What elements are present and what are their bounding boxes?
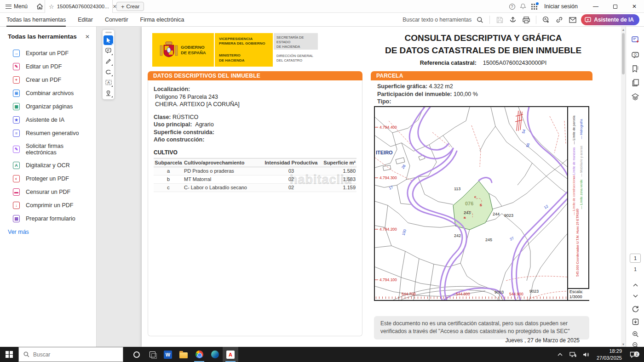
- fill-sign-tool-button[interactable]: [104, 88, 113, 98]
- network-icon[interactable]: [568, 352, 578, 357]
- next-page-button[interactable]: [630, 290, 641, 301]
- generative-summary-button[interactable]: [630, 34, 641, 45]
- create-pdf-icon: [13, 76, 20, 84]
- road-number: 27: [509, 236, 515, 241]
- email-icon[interactable]: [568, 15, 578, 25]
- title-line-1: CONSULTA DESCRIPTIVA Y GRÁFICA: [381, 32, 586, 45]
- subparcel-label: b: [480, 203, 482, 207]
- bookmarks-panel-button[interactable]: [630, 63, 641, 74]
- tool-redact-pdf[interactable]: Censurar un PDF: [0, 185, 96, 198]
- ai-assistant-button[interactable]: Asistente de IA: [581, 14, 639, 25]
- action-center-button[interactable]: 2: [627, 351, 639, 358]
- acrobat-taskbar-button[interactable]: A: [223, 347, 238, 362]
- tools-panel-close-icon[interactable]: ✕: [85, 34, 90, 40]
- scrollbar-thumb[interactable]: [622, 33, 625, 74]
- tool-generative-summary[interactable]: Resumen generativo: [0, 126, 96, 140]
- toolbar: Todas las herramientas Editar Convertir …: [0, 13, 644, 27]
- star-icon[interactable]: ☆: [49, 3, 54, 10]
- taskbar-search-input[interactable]: [33, 351, 107, 358]
- document-title: CONSULTA DESCRIPTIVA Y GRÁFICA DE DATOS …: [381, 32, 586, 66]
- legend-item: Límite de manzana: [572, 147, 575, 179]
- edge-taskbar-button[interactable]: [207, 347, 223, 362]
- search-icon[interactable]: [475, 15, 485, 25]
- tool-edit-pdf[interactable]: Editar un PDF: [0, 60, 96, 73]
- map-legend: Límite de parcela Hidrografía Límite de …: [567, 107, 588, 300]
- direccion-label: DIRECCIÓN GENERAL DEL CATASTRO: [274, 50, 318, 67]
- add-text-tool-button[interactable]: A: [104, 78, 113, 87]
- tool-compress-pdf[interactable]: Comprimir un PDF: [0, 198, 96, 212]
- tool-prepare-form[interactable]: Preparar formulario: [0, 212, 96, 225]
- page-number-input[interactable]: 1: [630, 254, 641, 263]
- previous-page-button[interactable]: [630, 279, 641, 290]
- tab-esign[interactable]: Firma electrónica: [140, 13, 184, 27]
- cell: MT Matorral: [183, 175, 262, 183]
- maximize-button[interactable]: [605, 0, 625, 13]
- drag-handle[interactable]: [105, 32, 112, 33]
- create-button[interactable]: + Crear: [116, 2, 144, 11]
- tool-organize-pages[interactable]: Organizar páginas: [0, 100, 96, 113]
- tool-label: Digitalizar y OCR: [26, 162, 70, 169]
- refresh-icon[interactable]: [630, 303, 641, 314]
- see-more-link[interactable]: Ver más: [0, 225, 96, 235]
- notifications-button[interactable]: [518, 1, 529, 12]
- road-number: 100: [401, 229, 407, 236]
- volume-icon[interactable]: [581, 352, 591, 357]
- ai-assistant-tool-icon: [13, 116, 20, 124]
- layers-panel-button[interactable]: [630, 91, 641, 102]
- taskbar-clock[interactable]: 18:29 27/03/2025: [597, 348, 622, 361]
- share-icon[interactable]: [508, 15, 518, 25]
- start-button[interactable]: [0, 347, 18, 362]
- scroll-down-icon[interactable]: ▼: [621, 341, 626, 347]
- chrome-taskbar-button[interactable]: [191, 347, 207, 362]
- request-signature-icon[interactable]: [541, 15, 551, 25]
- tab-convert[interactable]: Convertir: [105, 13, 128, 27]
- tool-scan-ocr[interactable]: Digitalizar y OCR: [0, 158, 96, 172]
- export-pdf-icon: [13, 50, 20, 57]
- tool-combine-files[interactable]: Combinar archivos: [0, 86, 96, 100]
- tab-edit[interactable]: Editar: [78, 13, 93, 27]
- col-cultivo: Cultivo/aprovechamiento: [183, 158, 262, 167]
- tool-ai-assistant[interactable]: Asistente de IA: [0, 113, 96, 126]
- minimize-button[interactable]: —: [586, 0, 605, 13]
- taskbar-search[interactable]: [18, 347, 123, 362]
- tool-create-pdf[interactable]: Crear un PDF: [0, 73, 96, 86]
- ai-assistant-label: Asistente de IA: [594, 17, 634, 23]
- file-explorer-button[interactable]: [176, 347, 191, 362]
- tool-label: Asistente de IA: [26, 117, 64, 123]
- tool-protect-pdf[interactable]: Proteger un PDF: [0, 172, 96, 185]
- legend-item: Mobiliario y aceras: [580, 146, 583, 176]
- word-taskbar-button[interactable]: W: [160, 347, 176, 362]
- sign-in-button[interactable]: Iniciar sesión: [544, 3, 578, 10]
- apps-grid-button[interactable]: [529, 1, 540, 12]
- legend-item: Límite de parcela: [572, 116, 575, 145]
- link-icon[interactable]: [554, 15, 564, 25]
- search-text-label[interactable]: Buscar texto o herramientas: [402, 17, 472, 23]
- page-thumbnails-button[interactable]: [630, 77, 641, 88]
- tool-export-pdf[interactable]: Exportar un PDF: [0, 46, 96, 60]
- document-tab[interactable]: ☆ 15005A0760024300... ✕: [45, 0, 113, 13]
- highlight-tool-button[interactable]: [104, 57, 113, 66]
- save-icon: [494, 15, 505, 25]
- combine-files-icon: [13, 90, 20, 97]
- tray-expand-button[interactable]: [555, 353, 565, 356]
- highlighter-icon: [105, 58, 111, 64]
- close-button[interactable]: ✕: [625, 0, 644, 13]
- main-area: Todas las herramientas ✕ Exportar un PDF…: [0, 27, 644, 347]
- vertical-scrollbar[interactable]: ▲ ▼: [621, 27, 626, 347]
- cortana-button[interactable]: [129, 347, 144, 362]
- print-icon[interactable]: [521, 15, 531, 25]
- comment-tool-button[interactable]: [104, 46, 113, 56]
- select-tool-button[interactable]: [104, 35, 113, 45]
- comments-panel-button[interactable]: Q: [630, 50, 641, 61]
- export-snapshot-icon[interactable]: [630, 316, 641, 327]
- scroll-up-icon[interactable]: ▲: [621, 27, 626, 32]
- task-view-button[interactable]: [144, 347, 160, 362]
- draw-tool-button[interactable]: [104, 67, 113, 77]
- tab-all-tools[interactable]: Todas las herramientas: [6, 13, 66, 27]
- menu-button[interactable]: Menú: [4, 2, 29, 11]
- tool-request-signatures[interactable]: Solicitar firmas electrónicas: [0, 140, 96, 158]
- help-button[interactable]: ?: [506, 1, 518, 12]
- tool-label: Censurar un PDF: [26, 189, 70, 195]
- zoom-in-icon[interactable]: [630, 328, 641, 339]
- home-button[interactable]: [34, 1, 45, 12]
